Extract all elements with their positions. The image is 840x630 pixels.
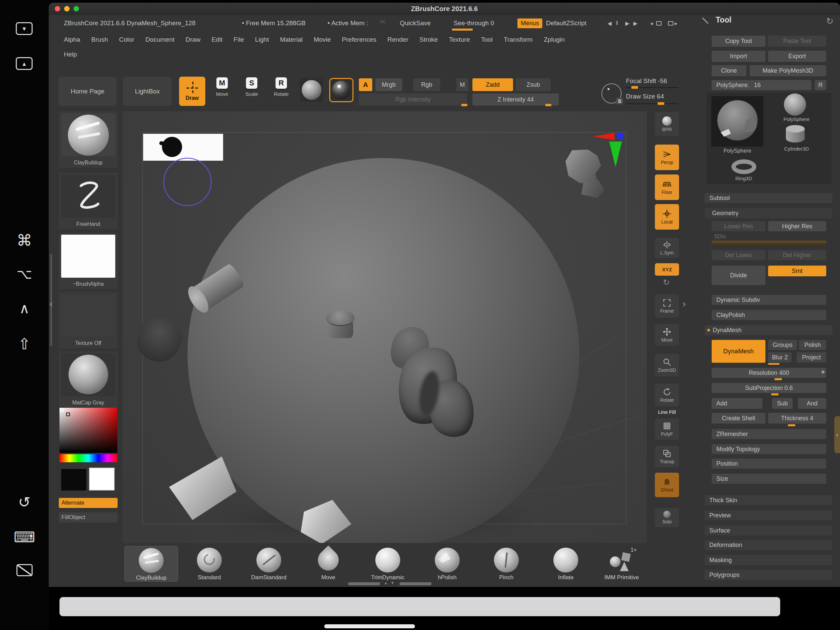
page-prev-box-icon[interactable] [656, 21, 662, 25]
transp-button[interactable]: Transp [655, 446, 679, 467]
lsym-button[interactable]: L.Sym [655, 238, 679, 258]
gizmo-x-arrow[interactable] [592, 133, 614, 140]
mrgb-button[interactable]: Mrgb [375, 78, 402, 91]
polygroups-section[interactable]: Polygroups [704, 570, 832, 580]
secondary-color-swatch[interactable] [89, 468, 115, 491]
tray-scrollbar-left[interactable] [348, 582, 380, 585]
gizmo-y-arrow[interactable] [609, 141, 622, 167]
add-button[interactable]: Add [712, 398, 763, 409]
thickness-handle[interactable] [788, 424, 795, 426]
floor-button[interactable]: Floor [655, 174, 679, 200]
menu-edit[interactable]: Edit [212, 36, 223, 43]
rgb-intensity-handle[interactable] [461, 104, 467, 106]
reload-tool-icon[interactable]: ↻ [826, 16, 834, 27]
collapse-right-chevron[interactable]: › [682, 298, 686, 309]
rgb-intensity-slider[interactable]: Rgb Intensity [359, 93, 467, 106]
brush-material-thumb[interactable] [300, 78, 324, 102]
move-mode-button[interactable]: M Move [211, 77, 234, 97]
menus-toggle[interactable]: Menus [518, 19, 542, 28]
collapse-left-chevron[interactable]: ‹ [49, 298, 53, 309]
thickness-slider[interactable]: Thickness 4 [768, 413, 826, 424]
menu-brush[interactable]: Brush [92, 36, 108, 43]
screen-down-icon[interactable]: ▾ [16, 22, 33, 35]
keyboard-icon[interactable]: ⌨ [0, 529, 49, 546]
polyf-button[interactable]: PolyF [655, 418, 679, 440]
menu-color[interactable]: Color [119, 36, 134, 43]
xyz-button[interactable]: XYZ [655, 263, 679, 275]
zscript-rew-icon[interactable]: ◀ [608, 20, 611, 27]
z-intensity-handle[interactable] [545, 104, 551, 106]
menu-zplugin[interactable]: Zplugin [544, 36, 564, 43]
lower-res-button[interactable]: Lower Res [712, 221, 766, 231]
scale-mode-button[interactable]: S Scale [240, 77, 263, 97]
tool-name-slider[interactable]: PolySphere. 16 [712, 80, 812, 90]
current-stroke-thumb[interactable]: FreeHand [59, 173, 118, 229]
groups-button[interactable]: Groups [768, 340, 797, 350]
del-lower-button[interactable]: Del Lower [712, 250, 766, 260]
current-texture-thumb[interactable]: Texture Off [59, 292, 118, 348]
menu-document[interactable]: Document [145, 36, 175, 43]
dynamesh-button[interactable]: DynaMesh [712, 340, 766, 363]
undo-icon[interactable]: ↺ [0, 494, 49, 511]
menu-texture[interactable]: Texture [449, 36, 470, 43]
brush-damstandard[interactable]: DamStandard [242, 546, 296, 582]
anchor-a-button[interactable]: A [359, 78, 372, 91]
fillobject-button[interactable]: FillObject [59, 512, 118, 522]
import-button[interactable]: Import [712, 51, 766, 62]
rotate-view-button[interactable]: Rotate [655, 383, 679, 407]
alternate-button[interactable]: Alternate [59, 498, 118, 508]
subprojection-slider[interactable]: SubProjection 0.6 [712, 383, 826, 393]
brush-inflate[interactable]: Inflate [539, 546, 593, 582]
position-section[interactable]: Position [712, 459, 826, 469]
main-color-swatch[interactable] [61, 469, 86, 491]
preview-section[interactable]: Preview [704, 510, 832, 521]
cylinder3d-thumb[interactable] [786, 125, 805, 144]
page-next-icon[interactable]: ▸ [675, 20, 677, 27]
zoom3d-button[interactable]: Zoom3D [655, 354, 679, 377]
quicksave-button[interactable]: QuickSave [400, 19, 431, 27]
current-material-thumb[interactable] [329, 78, 354, 102]
modify-topology-section[interactable]: Modify Topology [712, 444, 826, 454]
gizmo-z-dot[interactable] [617, 132, 624, 139]
m-button[interactable]: M [456, 78, 468, 91]
make-polymesh3d-button[interactable]: Make PolyMesh3D [750, 65, 826, 76]
tray-scroll-down-icon[interactable]: ▾ [392, 580, 394, 585]
solo-button[interactable]: Solo [655, 508, 679, 527]
home-page-button[interactable]: Home Page [58, 77, 117, 106]
rotate-mode-button[interactable]: R Rotate [270, 77, 293, 97]
brush-claybuildup[interactable]: ClayBuildup [124, 546, 178, 582]
brush-standard[interactable]: Standard [182, 546, 236, 582]
menu-preferences[interactable]: Preferences [342, 36, 376, 43]
color-sv-picker[interactable] [60, 408, 117, 453]
and-button[interactable]: And [798, 398, 826, 409]
zremesher-section[interactable]: ZRemesher [712, 429, 826, 439]
menu-transform[interactable]: Transform [504, 36, 532, 43]
active-tool-thumb[interactable] [711, 96, 763, 147]
frame-button[interactable]: Frame [655, 294, 679, 318]
lightbox-button[interactable]: LightBox [123, 77, 172, 106]
brush-pinch[interactable]: Pinch [480, 546, 533, 582]
command-key-icon[interactable]: ⌘ [0, 231, 49, 249]
create-shell-button[interactable]: Create Shell [712, 413, 766, 424]
rgb-button[interactable]: Rgb [413, 78, 440, 91]
sub-button[interactable]: Sub [772, 398, 793, 409]
blur-slider[interactable]: Blur 2 [768, 352, 792, 362]
menu-material[interactable]: Material [280, 36, 303, 43]
menu-help[interactable]: Help [64, 51, 77, 58]
thick-skin-section[interactable]: Thick Skin [704, 495, 832, 505]
dynamesh-section[interactable]: DynaMesh [704, 325, 832, 335]
brush-imm-primitive[interactable]: 1+ IMM Primitive [595, 546, 649, 582]
claypolish-section[interactable]: ClayPolish [712, 310, 826, 320]
page-prev-icon[interactable]: ◂ [650, 20, 653, 27]
sdiv-slider-track[interactable] [712, 241, 826, 245]
surface-section[interactable]: Surface [704, 526, 832, 535]
option-key-icon[interactable]: ⌥ [0, 266, 49, 282]
focal-shift-slider[interactable]: Focal Shift -56 [626, 77, 667, 85]
zscript-ff-icon[interactable]: ▶ [633, 20, 637, 27]
menu-render[interactable]: Render [387, 36, 408, 43]
zadd-button[interactable]: Zadd [472, 78, 513, 91]
shift-key-icon[interactable]: ⇧ [0, 335, 49, 353]
see-through-slider[interactable]: See-through 0 [453, 19, 494, 27]
size-section[interactable]: Size [712, 474, 826, 484]
current-brush-thumb[interactable]: ClayBuildup [59, 111, 118, 168]
